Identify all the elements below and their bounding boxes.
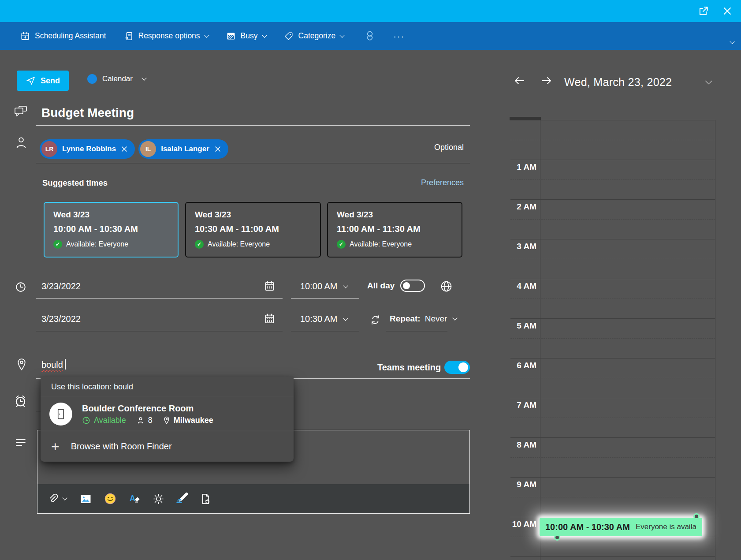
- loop-component-button[interactable]: [364, 30, 376, 42]
- city-pin-icon: [163, 416, 170, 425]
- all-day-toggle[interactable]: [400, 280, 425, 292]
- scroll-indicator: [510, 117, 541, 120]
- ribbon-toolbar: Scheduling Assistant Response options: [0, 22, 741, 50]
- clear-formatting-icon[interactable]: A: [129, 493, 141, 505]
- calendar-selector-label: Calendar: [102, 75, 133, 83]
- location-input[interactable]: bould: [41, 360, 63, 370]
- location-pin-icon: [16, 358, 27, 371]
- suggested-time-card[interactable]: Wed 3/23 11:00 AM - 11:30 AM ✓ Available…: [327, 202, 462, 258]
- reminder-alarm-icon: [14, 394, 27, 408]
- room-door-icon: [49, 403, 72, 426]
- plus-icon: +: [51, 441, 60, 453]
- chevron-down-icon: [343, 316, 348, 321]
- all-day-label: All day: [367, 281, 395, 291]
- card-day: Wed 3/23: [53, 210, 169, 220]
- attendee-chip[interactable]: IL Isaiah Langer: [138, 139, 228, 159]
- hour-label: 2 AM: [517, 202, 536, 212]
- busy-status-button[interactable]: Busy: [226, 31, 266, 41]
- remove-attendee-icon[interactable]: [214, 146, 221, 153]
- text-caret: [65, 359, 66, 370]
- hour-line: [510, 517, 715, 517]
- hour-label: 6 AM: [517, 361, 536, 370]
- location-suggestions-menu: Use this location: bould Boulder Confere…: [41, 377, 294, 462]
- hour-label: 9 AM: [517, 480, 536, 489]
- half-hour-line: [510, 378, 715, 378]
- hour-line: [510, 437, 715, 438]
- room-suggestion-option[interactable]: Boulder Conference Room Available: [41, 397, 294, 431]
- dark-mode-sun-icon[interactable]: [153, 493, 164, 505]
- draw-pen-icon[interactable]: [176, 493, 188, 505]
- available-check-icon: ✓: [53, 240, 62, 249]
- editor-toolbar: A: [37, 484, 469, 513]
- repeat-underline: [386, 331, 447, 331]
- hour-line: [541, 120, 715, 120]
- attendee-chips: LR Lynne Robbins IL Isaiah Langer: [40, 139, 228, 159]
- room-capacity: 8: [148, 416, 153, 425]
- attach-options-chevron-icon[interactable]: [62, 495, 67, 500]
- start-time-select[interactable]: 10:00 AM: [300, 281, 347, 291]
- send-from-document-icon[interactable]: [200, 493, 212, 505]
- browse-room-finder-option[interactable]: + Browse with Room Finder: [41, 431, 294, 462]
- use-this-location-option[interactable]: Use this location: bould: [41, 377, 294, 397]
- end-date-calendar-icon[interactable]: [264, 313, 276, 325]
- chevron-down-icon: [204, 33, 209, 37]
- half-hour-line: [510, 497, 715, 497]
- repeat-icon: [369, 314, 381, 326]
- categorize-tag-icon: [284, 31, 294, 41]
- titlebar: [0, 0, 741, 22]
- attendee-chip[interactable]: LR Lynne Robbins: [40, 139, 135, 159]
- hour-label: 4 AM: [517, 281, 536, 291]
- scheduling-assistant-button[interactable]: Scheduling Assistant: [20, 31, 106, 41]
- calendar-selector[interactable]: Calendar: [87, 74, 146, 84]
- end-time-select[interactable]: 10:30 AM: [300, 314, 347, 324]
- teams-meeting-toggle[interactable]: [444, 361, 470, 374]
- card-day: Wed 3/23: [195, 210, 311, 220]
- categorize-button[interactable]: Categorize: [284, 31, 344, 41]
- popout-icon[interactable]: [697, 4, 710, 18]
- ribbon-item-label: Scheduling Assistant: [35, 31, 106, 41]
- timezone-globe-icon[interactable]: [440, 280, 453, 293]
- next-day-arrow[interactable]: [539, 74, 555, 87]
- suggested-time-card[interactable]: Wed 3/23 10:30 AM - 11:00 AM ✓ Available…: [185, 202, 321, 258]
- calendar-event-block[interactable]: 10:00 AM - 10:30 AM Everyone is availa: [540, 518, 702, 536]
- hour-line: [510, 556, 715, 557]
- meeting-title-input[interactable]: Budget Meeting: [41, 106, 134, 120]
- event-note: Everyone is availa: [636, 523, 696, 531]
- previous-day-arrow[interactable]: [511, 74, 527, 87]
- start-date-calendar-icon[interactable]: [264, 280, 276, 292]
- close-icon[interactable]: [721, 4, 734, 18]
- suggested-times-heading: Suggested times: [42, 178, 108, 188]
- more-options-button[interactable]: ···: [393, 34, 405, 38]
- half-hour-line: [510, 418, 715, 418]
- start-date-input[interactable]: 3/23/2022: [41, 281, 81, 291]
- card-day: Wed 3/23: [337, 210, 453, 220]
- hour-line: [510, 199, 715, 200]
- availability-clock-icon: [82, 416, 90, 425]
- response-options-icon: [124, 31, 134, 41]
- day-view-chevron-icon[interactable]: [705, 78, 712, 85]
- repeat-select[interactable]: Repeat: Never: [390, 314, 457, 324]
- start-time-underline: [291, 298, 359, 299]
- chevron-down-icon: [262, 33, 267, 37]
- event-resize-handle-bottom[interactable]: [554, 534, 560, 541]
- remove-attendee-icon[interactable]: [121, 146, 128, 153]
- hour-label: 8 AM: [517, 440, 536, 450]
- emoji-icon[interactable]: [104, 493, 116, 505]
- send-icon: [26, 75, 36, 86]
- meeting-compose-window: Scheduling Assistant Response options: [0, 0, 741, 560]
- event-resize-handle-top[interactable]: [693, 513, 700, 519]
- end-date-input[interactable]: 3/23/2022: [41, 314, 81, 324]
- send-button[interactable]: Send: [17, 71, 69, 91]
- ribbon-item-label: Categorize: [298, 31, 336, 41]
- half-hour-line: [510, 140, 715, 140]
- location-value: bould: [41, 360, 63, 370]
- suggested-time-card[interactable]: Wed 3/23 10:00 AM - 10:30 AM ✓ Available…: [44, 202, 179, 258]
- optional-attendees-link[interactable]: Optional: [434, 143, 464, 152]
- insert-image-icon[interactable]: [80, 493, 92, 505]
- response-options-button[interactable]: Response options: [124, 31, 209, 41]
- send-label: Send: [41, 76, 60, 86]
- description-lines-icon: [15, 437, 26, 448]
- svg-text:A: A: [130, 494, 135, 503]
- attach-file-icon[interactable]: [47, 493, 59, 504]
- preferences-link[interactable]: Preferences: [421, 178, 464, 187]
